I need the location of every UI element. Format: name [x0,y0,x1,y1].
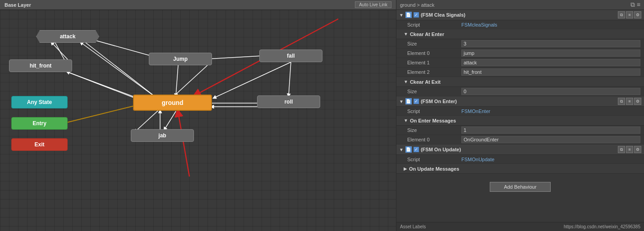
collapse-sub-1[interactable]: ▼ [404,32,408,36]
svg-line-3 [207,56,262,59]
svg-line-2 [81,39,162,102]
menu-icon-3[interactable]: ≡ [626,146,633,153]
clear-enter-elem0-value: jump [461,50,640,57]
state-attack[interactable]: attack [36,30,99,43]
graph-panel[interactable]: Base Layer Auto Live Link [0,0,396,231]
menu-icon-2[interactable]: ≡ [626,98,633,105]
enter-msg-size-row: Size 1 [396,126,644,135]
gear-icon-1[interactable]: ⚙ [634,11,641,18]
svg-line-10 [165,111,176,129]
enter-msg-size-label: Size [407,127,461,133]
clear-enter-elem0-row: Element 0 jump [396,49,644,58]
copy-icon-1[interactable]: ⧉ [618,11,625,18]
section-title-2: (FSM On Enter) [421,99,617,104]
clear-enter-elem2-row: Element 2 hit_front [396,68,644,77]
collapse-sub-4[interactable]: ▶ [404,166,407,171]
svg-line-18 [178,113,189,177]
svg-line-4 [176,65,178,95]
inspector-panel: ground > attack ⧉ ≡ ▼ 📄 ✓ (FSM Clea Sign… [396,0,644,231]
enter-msg-elem0-value: OnGroundEnter [461,136,640,143]
script-icon-3: 📄 [405,146,412,153]
section-title-3: (FSM On Update) [421,147,617,152]
state-ground[interactable]: ground [133,95,212,111]
subsection-title-3: On Enter Messages [410,118,641,123]
collapse-icon-2[interactable]: ▼ [399,99,404,104]
asset-labels-bar: Asset Labels https://blog.csdn.net/weixi… [396,222,644,231]
asset-url-text: https://blog.csdn.net/weixin_42596385 [564,224,640,229]
clear-exit-size-row: Size 0 [396,87,644,96]
subsection-clear-at-exit[interactable]: ▼ Ckear At Exit [396,77,644,87]
svg-line-16 [52,43,68,59]
collapse-icon-3[interactable]: ▼ [399,147,404,152]
script-icon-1: 📄 [405,12,412,18]
script-label-1: Script [407,22,461,27]
clear-enter-size-row: Size 3 [396,39,644,49]
script-row-3: Script FSMOnUpdate [396,155,644,164]
script-value-3: FSMOnUpdate [461,157,494,162]
add-behaviour-container: Add Behaviour [396,174,644,200]
clear-enter-elem0-label: Element 0 [407,50,461,56]
state-exit[interactable]: Exit [11,138,68,151]
enter-msg-elem0-label: Element 0 [407,137,461,142]
script-icon-2: 📄 [405,98,412,104]
inspector-breadcrumb: ground > attack ⧉ ≡ [396,0,644,10]
copy-icon-2[interactable]: ⧉ [618,98,625,105]
auto-live-button[interactable]: Auto Live Link [355,1,391,8]
section-fsm-clear-signals[interactable]: ▼ 📄 ✓ (FSM Clea Signals) ⧉ ≡ ⚙ [396,10,644,20]
breadcrumb-text: ground > attack [400,2,434,8]
section-fsm-on-update[interactable]: ▼ 📄 ✓ (FSM On Update) ⧉ ≡ ⚙ [396,145,644,155]
gear-icon-3[interactable]: ⚙ [634,146,641,153]
svg-line-12 [68,72,140,100]
add-behaviour-button[interactable]: Add Behaviour [490,182,550,192]
state-jump[interactable]: Jump [149,53,212,65]
clear-enter-elem1-row: Element 1 attack [396,58,644,68]
section-fsm-on-enter[interactable]: ▼ 📄 ✓ (FSM On Enter) ⧉ ≡ ⚙ [396,96,644,107]
clear-enter-size-value: 3 [461,40,640,47]
script-row-1: Script FSMcleaSignals [396,20,644,29]
subsection-clear-at-enter[interactable]: ▼ Ckear At Enter [396,29,644,39]
subsection-title-2: Ckear At Exit [410,79,641,85]
checkbox-3[interactable]: ✓ [414,147,419,152]
clear-enter-elem2-label: Element 2 [407,69,461,75]
script-value-1: FSMcleaSignals [461,22,497,27]
subsection-title-4: On Update Messages [409,166,641,172]
script-label-2: Script [407,109,461,114]
clear-enter-elem2-value: hit_front [461,68,640,76]
subsection-on-update-messages[interactable]: ▶ On Update Messages [396,164,644,174]
state-jab[interactable]: jab [131,129,194,142]
clear-enter-elem1-value: attack [461,59,640,66]
state-fall[interactable]: fall [259,50,322,62]
clear-enter-elem1-label: Element 1 [407,60,461,65]
clear-enter-size-label: Size [407,41,461,46]
script-value-2: FSMOnEnter [461,109,490,114]
svg-line-15 [63,104,140,123]
collapse-sub-2[interactable]: ▼ [404,79,408,84]
enter-msg-size-value: 1 [461,127,640,134]
inspector-content[interactable]: ▼ 📄 ✓ (FSM Clea Signals) ⧉ ≡ ⚙ Script FS… [396,10,644,222]
checkbox-1[interactable]: ✓ [414,12,419,18]
svg-line-6 [289,62,291,95]
clear-exit-size-label: Size [407,89,461,94]
state-roll[interactable]: roll [257,95,320,108]
clear-exit-size-value: 0 [461,88,640,95]
menu-icon-1[interactable]: ≡ [626,11,633,18]
graph-title: Base Layer [5,2,31,8]
collapse-sub-3[interactable]: ▼ [404,118,408,123]
svg-line-5 [214,62,291,98]
section-title-1: (FSM Clea Signals) [421,12,617,18]
copy-icon-3[interactable]: ⧉ [618,146,625,153]
gear-icon-2[interactable]: ⚙ [634,98,641,105]
checkbox-2[interactable]: ✓ [414,99,419,104]
state-any-state[interactable]: Any State [11,96,68,109]
enter-msg-elem0-row: Element 0 OnGroundEnter [396,135,644,145]
state-entry[interactable]: Entry [11,117,68,130]
state-hit-front[interactable]: hit_front [9,59,72,72]
asset-labels-text: Asset Labels [400,224,426,229]
svg-line-13 [81,43,153,95]
script-row-2: Script FSMOnEnter [396,107,644,116]
collapse-icon-1[interactable]: ▼ [399,13,404,18]
script-label-3: Script [407,157,461,162]
subsection-on-enter-messages[interactable]: ▼ On Enter Messages [396,116,644,126]
subsection-title-1: Ckear At Enter [410,32,641,37]
graph-canvas[interactable]: attack hit_front Jump fall ground roll [0,10,396,231]
